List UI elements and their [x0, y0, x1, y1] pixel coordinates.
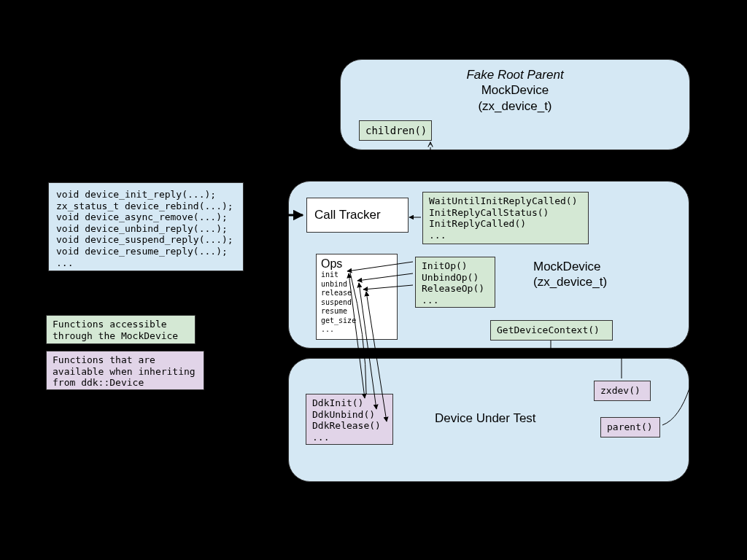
legend-green-box: Functions accessible through the MockDev…	[46, 315, 196, 344]
api-line: void device_init_reply(...);	[56, 189, 236, 201]
device-under-test-box: Device Under Test DdkInit() DdkUnbind() …	[288, 358, 689, 482]
ops-title: Ops	[321, 257, 392, 271]
fake-root-mockdevice: MockDevice	[481, 83, 549, 97]
dut-title: Device Under Test	[435, 411, 536, 426]
device-api-list-box: void device_init_reply(...); zx_status_t…	[48, 182, 244, 271]
api-line: void device_resume_reply(...);	[56, 246, 236, 257]
wait-fn: WaitUntilInitReplyCalled()	[429, 195, 582, 207]
ops-item: ...	[321, 325, 392, 335]
api-line: ...	[56, 257, 236, 269]
legend-green-text: Functions accessible through the MockDev…	[53, 319, 178, 341]
ops-item: suspend	[321, 298, 392, 308]
parent-box: parent()	[600, 417, 660, 438]
parent-fn: parent()	[607, 421, 653, 432]
ddk-fn: DdkRelease()	[312, 420, 387, 432]
api-line: zx_status_t device_rebind(...);	[56, 201, 236, 212]
ops-fn: InitOp()	[422, 260, 489, 272]
ops-box: Ops init unbind release suspend resume g…	[316, 254, 398, 340]
legend-purple-text: Functions that are available when inheri…	[53, 354, 196, 388]
wait-fn: InitReplyCalled()	[429, 218, 582, 230]
fake-root-zxdevice: (zx_device_t)	[478, 99, 551, 113]
ops-fn: ReleaseOp()	[422, 283, 489, 295]
wait-fn: ...	[429, 230, 582, 241]
children-fn: children()	[365, 125, 427, 136]
ddk-fn: ...	[312, 432, 387, 443]
ops-item: unbind	[321, 280, 392, 289]
ops-fns-box: InitOp() UnbindOp() ReleaseOp() ...	[415, 257, 495, 308]
legend-purple-box: Functions that are available when inheri…	[46, 351, 204, 390]
api-line: void device_async_remove(...);	[56, 211, 236, 223]
get-device-context-box: GetDeviceContext()	[490, 320, 613, 341]
children-fn-box: children()	[359, 120, 432, 141]
api-line: void device_suspend_reply(...);	[56, 234, 236, 246]
zxdev-box: zxdev()	[594, 381, 651, 401]
ops-fn: ...	[422, 295, 489, 306]
mockdevice-label: MockDevice (zx_device_t)	[533, 259, 607, 290]
get-device-context-fn: GetDeviceContext()	[497, 324, 600, 335]
ops-item: init	[321, 271, 392, 280]
api-line: void device_unbind_reply(...);	[56, 223, 236, 235]
fake-root-title: Fake Root Parent	[466, 68, 563, 82]
ops-item: release	[321, 289, 392, 298]
wait-fn: InitReplyCallStatus()	[429, 207, 582, 219]
mockdevice-box: Call Tracker WaitUntilInitReplyCalled() …	[288, 181, 689, 349]
fake-root-parent-box: Fake Root Parent MockDevice (zx_device_t…	[340, 59, 690, 150]
ddk-fn: DdkInit()	[312, 397, 387, 409]
ops-fn: UnbindOp()	[422, 272, 489, 284]
ops-item: get_size	[321, 316, 392, 326]
wait-fns-box: WaitUntilInitReplyCalled() InitReplyCall…	[422, 192, 589, 244]
ddk-fns-box: DdkInit() DdkUnbind() DdkRelease() ...	[306, 394, 393, 445]
zxdev-fn: zxdev()	[600, 385, 640, 396]
call-tracker-label: Call Tracker	[314, 208, 381, 222]
ddk-fn: DdkUnbind()	[312, 409, 387, 421]
call-tracker-box: Call Tracker	[306, 198, 409, 233]
ops-item: resume	[321, 307, 392, 316]
